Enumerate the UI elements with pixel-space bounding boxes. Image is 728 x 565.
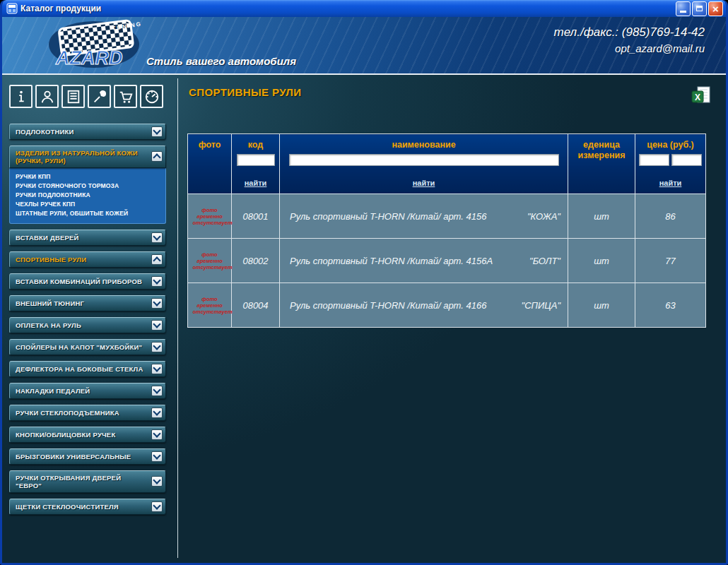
name-cell: Руль спортивный T-HORN /Китай/ арт. 4156… <box>280 194 568 239</box>
sidebar-item[interactable]: ИЗДЕЛИЯ ИЗ НАТУРАЛЬНОЙ КОЖИ (РУЧКИ, РУЛИ… <box>9 145 166 168</box>
price-cell: 77 <box>635 239 706 283</box>
chevron-down-icon[interactable] <box>151 429 163 440</box>
minimize-icon <box>680 11 686 13</box>
logo-text: AZARD <box>55 47 123 69</box>
chevron-down-icon[interactable] <box>151 451 163 462</box>
sidebar-item[interactable]: ПОДЛОКОТНИКИ <box>9 124 166 140</box>
tools-button[interactable] <box>88 85 111 108</box>
sidebar-item[interactable]: ДЕФЛЕКТОРА НА БОКОВЫЕ СТЕКЛА <box>9 361 166 377</box>
sidebar-item-label: БРЫЗГОВИКИ УНИВЕРСАЛЬНЫЕ <box>16 453 131 460</box>
azard-logo: AZARD TUNING <box>39 19 146 73</box>
name-find-link[interactable]: найти <box>413 179 435 187</box>
chevron-down-icon[interactable] <box>151 408 163 418</box>
price-header-label: цена (руб.) <box>647 140 694 150</box>
col-header-code: код найти <box>232 134 280 194</box>
photo-cell: фото временно отсутствует <box>188 194 232 239</box>
photo-placeholder: фото временно отсутствует <box>193 207 227 226</box>
price-to-input[interactable] <box>671 154 702 166</box>
code-cell: 08004 <box>232 283 280 328</box>
title-bar: Каталог продукции × <box>2 0 726 17</box>
cart-button[interactable] <box>114 85 137 108</box>
name-search-input[interactable] <box>289 154 559 166</box>
price-find-link[interactable]: найти <box>659 179 682 187</box>
sidebar-item[interactable]: БРЫЗГОВИКИ УНИВЕРСАЛЬНЫЕ <box>9 448 166 465</box>
code-search-input[interactable] <box>237 154 275 166</box>
sidebar-subitem[interactable]: РУЧКИ КПП <box>16 172 160 182</box>
phone-number: тел./факс.: (985)769-14-42 <box>554 25 705 40</box>
speedometer-button[interactable] <box>140 85 163 108</box>
excel-export-button[interactable]: X <box>691 86 710 108</box>
email-address: opt_azard@mail.ru <box>554 42 705 54</box>
speedometer-icon <box>144 89 160 105</box>
sidebar-submenu: РУЧКИ КПП РУЧКИ СТОЯНОЧНОГО ТОРМОЗА РУЧК… <box>9 168 166 224</box>
sidebar-item[interactable]: ВСТАВКИ ДВЕРЕЙ <box>9 230 166 246</box>
minimize-button[interactable] <box>676 1 691 16</box>
photo-cell: фото временно отсутствует <box>188 239 232 283</box>
person-button[interactable] <box>35 85 59 108</box>
excel-glyph: X <box>695 93 700 102</box>
chevron-down-icon[interactable] <box>151 501 163 512</box>
chevron-down-icon[interactable] <box>151 386 163 396</box>
code-find-link[interactable]: найти <box>245 179 267 187</box>
toolbar <box>9 85 169 108</box>
sidebar-item[interactable]: ОПЛЕТКА НА РУЛЬ <box>9 317 166 333</box>
chevron-down-icon[interactable] <box>151 232 163 243</box>
col-header-photo: фото <box>188 134 232 194</box>
unit-cell: шт <box>568 239 635 283</box>
sidebar-item[interactable]: РУЧКИ СТЕКЛОПОДЪЕМНИКА <box>9 405 166 421</box>
chevron-down-icon[interactable] <box>151 364 163 374</box>
sidebar-subitem[interactable]: РУЧКИ ПОДЛОКОТНИКА <box>16 191 160 200</box>
contact-block: тел./факс.: (985)769-14-42 opt_azard@mai… <box>554 25 705 54</box>
chevron-down-icon[interactable] <box>151 342 163 352</box>
sidebar-item-label: ВСТАВКИ КОМБИНАЦИЙ ПРИБОРОВ <box>16 278 142 285</box>
code-cell: 08001 <box>232 194 280 239</box>
chevron-up-icon[interactable] <box>151 151 163 162</box>
sidebar-item[interactable]: ВНЕШНИЙ ТЮНИНГ <box>9 295 166 311</box>
info-button[interactable] <box>9 85 33 108</box>
catalog-button[interactable] <box>61 85 85 108</box>
table-header-row: фото код найти наименов <box>188 134 706 194</box>
code-cell: 08002 <box>232 239 280 283</box>
sidebar-item-label: ОПЛЕТКА НА РУЛЬ <box>16 321 81 329</box>
app-header: AZARD TUNING Стиль вашего автомобиля тел… <box>2 17 726 75</box>
sidebar-item[interactable]: НАКЛАДКИ ПЕДАЛЕЙ <box>9 383 166 399</box>
product-name-suffix: "БОЛТ" <box>529 256 560 266</box>
sidebar-item[interactable]: ЩЕТКИ СТЕКЛООЧИСТИТЕЛЯ <box>9 499 166 515</box>
price-from-input[interactable] <box>639 154 669 166</box>
sidebar-item-label: ВСТАВКИ ДВЕРЕЙ <box>16 234 79 242</box>
sidebar-item[interactable]: ВСТАВКИ КОМБИНАЦИЙ ПРИБОРОВ <box>9 273 166 290</box>
sidebar-item[interactable]: КНОПКИ/ОБЛИЦОВКИ РУЧЕК <box>9 427 166 443</box>
chevron-down-icon[interactable] <box>151 126 163 137</box>
sidebar-item-label: РУЧКИ ОТКРЫВАНИЯ ДВЕРЕЙ "ЕВРО" <box>16 474 148 489</box>
tagline: Стиль вашего автомобиля <box>146 55 296 67</box>
sidebar-item[interactable]: РУЧКИ ОТКРЫВАНИЯ ДВЕРЕЙ "ЕВРО" <box>9 470 166 493</box>
info-icon <box>13 89 29 105</box>
sidebar-subitem[interactable]: ЧЕХЛЫ РУЧЕК КПП <box>16 200 160 209</box>
app-window: Каталог продукции × AZARD TUNING <box>0 0 728 565</box>
sidebar-subitem[interactable]: ШТАТНЫЕ РУЛИ, ОБШИТЫЕ КОЖЕЙ <box>16 209 160 218</box>
chevron-down-icon[interactable] <box>151 320 163 331</box>
sidebar-subitem[interactable]: РУЧКИ СТОЯНОЧНОГО ТОРМОЗА <box>16 182 160 191</box>
sidebar-item-selected[interactable]: СПОРТИВНЫЕ РУЛИ <box>9 251 166 268</box>
close-button[interactable]: × <box>708 1 723 16</box>
col-header-price: цена (руб.) найти <box>635 134 706 194</box>
col-header-unit: еденица измерения <box>568 134 635 194</box>
product-name-suffix: "КОЖА" <box>527 211 560 222</box>
photo-placeholder: фото временно отсутствует <box>193 251 227 270</box>
sidebar-item-label: ВНЕШНИЙ ТЮНИНГ <box>16 299 84 307</box>
sidebar-item-label: ДЕФЛЕКТОРА НА БОКОВЫЕ СТЕКЛА <box>16 365 143 373</box>
chevron-down-icon[interactable] <box>151 298 163 309</box>
maximize-button[interactable] <box>692 1 707 16</box>
sidebar-item-label: НАКЛАДКИ ПЕДАЛЕЙ <box>16 387 90 395</box>
name-cell: Руль спортивный T-HORN /Китай/ арт. 4166… <box>280 283 568 328</box>
price-cell: 63 <box>635 283 706 328</box>
sidebar-item[interactable]: СПОЙЛЕРЫ НА КАПОТ "МУХБОЙКИ" <box>9 339 166 355</box>
price-cell: 86 <box>635 194 706 239</box>
chevron-down-icon[interactable] <box>151 276 163 287</box>
sidebar-item-label: ИЗДЕЛИЯ ИЗ НАТУРАЛЬНОЙ КОЖИ (РУЧКИ, РУЛИ… <box>16 149 148 165</box>
chevron-up-icon[interactable] <box>151 254 163 265</box>
chevron-down-icon[interactable] <box>151 476 163 487</box>
vertical-divider <box>177 78 178 558</box>
product-name: Руль спортивный T-HORN /Китай/ арт. 4166 <box>290 300 486 311</box>
window-controls: × <box>674 1 723 16</box>
